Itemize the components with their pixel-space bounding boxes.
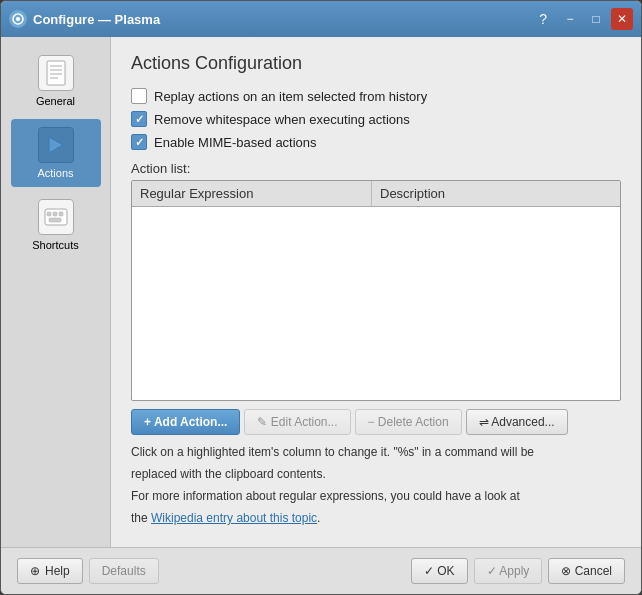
checkbox-mime[interactable] [131, 134, 147, 150]
svg-rect-9 [47, 212, 51, 216]
help-icon[interactable]: ? [539, 11, 547, 27]
titlebar: Configure — Plasma ? − □ ✕ [1, 1, 641, 37]
ok-button[interactable]: ✓ OK [411, 558, 468, 584]
svg-rect-11 [59, 212, 63, 216]
action-buttons: + Add Action... ✎ Edit Action... − Delet… [131, 409, 621, 435]
svg-marker-7 [49, 137, 63, 153]
window-title: Configure — Plasma [33, 12, 160, 27]
titlebar-left: Configure — Plasma [9, 10, 160, 28]
checkbox-mime-row: Enable MIME-based actions [131, 134, 621, 150]
info-text-1: Click on a highlighted item's column to … [131, 443, 621, 461]
checkbox-mime-label: Enable MIME-based actions [154, 135, 317, 150]
cancel-button[interactable]: ⊗ Cancel [548, 558, 625, 584]
general-icon [38, 55, 74, 91]
info-text-3: For more information about regular expre… [131, 487, 621, 505]
plasma-icon [9, 10, 27, 28]
info-block: Click on a highlighted item's column to … [131, 443, 621, 531]
svg-rect-10 [53, 212, 57, 216]
defaults-button[interactable]: Defaults [89, 558, 159, 584]
column-header-regex: Regular Expression [132, 181, 372, 206]
wikipedia-link[interactable]: Wikipedia entry about this topic [151, 511, 317, 525]
sidebar-item-general[interactable]: General [11, 47, 101, 115]
svg-rect-12 [49, 218, 61, 222]
sidebar-label-shortcuts: Shortcuts [32, 239, 78, 251]
action-list-label: Action list: [131, 161, 621, 176]
shortcuts-icon [38, 199, 74, 235]
bottom-bar-right: ✓ OK ✓ Apply ⊗ Cancel [411, 558, 625, 584]
sidebar-item-shortcuts[interactable]: Shortcuts [11, 191, 101, 259]
column-header-desc: Description [372, 181, 620, 206]
titlebar-controls: ? − □ ✕ [539, 8, 633, 30]
content-area: General Actions [1, 37, 641, 547]
checkbox-whitespace-row: Remove whitespace when executing actions [131, 111, 621, 127]
sidebar-item-actions[interactable]: Actions [11, 119, 101, 187]
help-button[interactable]: ⊕ Help [17, 558, 83, 584]
add-action-button[interactable]: + Add Action... [131, 409, 240, 435]
help-icon: ⊕ [30, 564, 40, 578]
action-table: Regular Expression Description [131, 180, 621, 401]
delete-action-button[interactable]: − Delete Action [355, 409, 462, 435]
checkbox-whitespace[interactable] [131, 111, 147, 127]
maximize-button[interactable]: □ [585, 8, 607, 30]
table-header: Regular Expression Description [132, 181, 620, 207]
edit-action-button[interactable]: ✎ Edit Action... [244, 409, 350, 435]
window: Configure — Plasma ? − □ ✕ [0, 0, 642, 595]
sidebar-label-actions: Actions [37, 167, 73, 179]
svg-rect-2 [47, 61, 65, 85]
checkbox-whitespace-label: Remove whitespace when executing actions [154, 112, 410, 127]
close-button[interactable]: ✕ [611, 8, 633, 30]
apply-button[interactable]: ✓ Apply [474, 558, 543, 584]
bottom-bar: ⊕ Help Defaults ✓ OK ✓ Apply ⊗ Cancel [1, 547, 641, 594]
info-text-4: the Wikipedia entry about this topic. [131, 509, 621, 527]
main-panel: Actions Configuration Replay actions on … [111, 37, 641, 547]
checkbox-replay-label: Replay actions on an item selected from … [154, 89, 427, 104]
sidebar-label-general: General [36, 95, 75, 107]
info-text-2: replaced with the clipboard contents. [131, 465, 621, 483]
svg-rect-8 [45, 209, 67, 225]
actions-icon [38, 127, 74, 163]
svg-point-1 [16, 17, 20, 21]
checkbox-replay-row: Replay actions on an item selected from … [131, 88, 621, 104]
table-body [132, 207, 620, 400]
sidebar: General Actions [1, 37, 111, 547]
checkbox-replay[interactable] [131, 88, 147, 104]
page-title: Actions Configuration [131, 53, 621, 74]
minimize-button[interactable]: − [559, 8, 581, 30]
advanced-button[interactable]: ⇌ Advanced... [466, 409, 568, 435]
bottom-bar-left: ⊕ Help Defaults [17, 558, 159, 584]
